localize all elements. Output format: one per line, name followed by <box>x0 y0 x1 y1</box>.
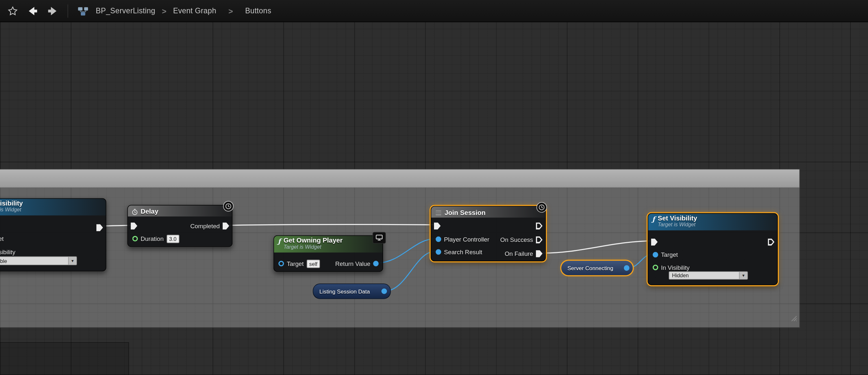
exec-in-pin[interactable] <box>434 222 440 229</box>
pin-label: Target <box>661 251 678 258</box>
exec-out-pin[interactable] <box>223 222 229 229</box>
node-delay[interactable]: Delay Completed Duration 3.0 <box>127 205 232 247</box>
node-title: Join Session <box>444 209 485 217</box>
variable-label: Listing Session Data <box>319 288 370 294</box>
comment-header[interactable] <box>0 169 800 188</box>
latent-clock-icon <box>536 202 547 212</box>
variable-node-server-connecting[interactable]: Server Connecting <box>561 261 633 275</box>
target-pin[interactable] <box>653 252 658 257</box>
back-button[interactable] <box>25 4 40 18</box>
node-set-visibility[interactable]: ƒ Set Visibility Target is Widget Target… <box>648 213 778 285</box>
function-icon: ƒ <box>278 238 281 246</box>
breadcrumb-item-buttons[interactable]: Buttons <box>245 6 271 15</box>
visibility-dropdown[interactable]: Visible ▾ <box>0 256 77 265</box>
forward-button[interactable] <box>45 4 60 18</box>
return-value-pin[interactable] <box>373 261 378 266</box>
chevron-right-icon: > <box>228 6 233 15</box>
value-out-pin[interactable] <box>624 265 629 271</box>
exec-out-pin[interactable] <box>536 222 542 229</box>
node-title: Get Owning Player <box>283 237 342 244</box>
dropdown-arrow-icon: ▾ <box>739 272 748 279</box>
node-join-session[interactable]: Join Session Player Controller Search Re… <box>431 206 546 261</box>
pin-label: Target <box>0 236 4 242</box>
breadcrumb-item-event-graph[interactable]: Event Graph <box>173 6 216 15</box>
pin-label: Player Controller <box>444 236 490 242</box>
delay-stopwatch-icon <box>132 209 138 215</box>
dropdown-arrow-icon: ▾ <box>68 257 76 264</box>
pin-label: Completed <box>190 223 220 229</box>
node-set-visibility-partial[interactable]: ƒ Set Visibility Target is Widget Target… <box>0 198 106 272</box>
exec-out-pin[interactable] <box>96 224 103 231</box>
pin-label: In Visibility <box>0 249 15 255</box>
breadcrumb-bar: BP_ServerListing > Event Graph > Buttons <box>0 0 868 22</box>
variable-label: Server Connecting <box>567 265 613 271</box>
visibility-dropdown[interactable]: Hidden ▾ <box>669 272 748 280</box>
on-failure-pin[interactable] <box>536 250 542 257</box>
toolbar-divider <box>67 4 68 18</box>
pin-label: Duration <box>141 236 164 242</box>
player-controller-pin[interactable] <box>436 237 441 242</box>
search-result-pin[interactable] <box>436 249 441 254</box>
pin-label: Target <box>287 260 304 267</box>
widget-screen-icon <box>373 232 386 244</box>
latent-clock-icon <box>223 201 234 211</box>
dropdown-value: Hidden <box>669 272 739 279</box>
node-subtitle: Target is Widget <box>0 207 23 213</box>
pin-label: In Visibility <box>661 264 689 271</box>
pin-label: On Failure <box>505 250 533 257</box>
session-icon <box>435 210 441 216</box>
target-self-box[interactable]: self <box>306 259 320 268</box>
node-title: Set Visibility <box>658 215 697 222</box>
breadcrumb-item-blueprint[interactable]: BP_ServerListing <box>96 6 155 15</box>
pin-label: On Success <box>500 237 533 243</box>
value-out-pin[interactable] <box>381 288 387 294</box>
node-title: Set Visibility <box>0 200 23 207</box>
node-get-owning-player[interactable]: ƒ Get Owning Player Target is Widget Tar… <box>273 236 383 272</box>
variable-node-listing-session-data[interactable]: Listing Session Data <box>313 283 391 299</box>
duration-pin[interactable] <box>132 236 138 241</box>
blueprint-icon <box>76 4 90 18</box>
node-subtitle: Target is Widget <box>658 222 697 228</box>
dropdown-value: Visible <box>0 258 68 264</box>
duration-input[interactable]: 3.0 <box>166 235 180 243</box>
function-icon: ƒ <box>652 215 655 223</box>
blueprint-editor-window: BP_ServerListing > Event Graph > Buttons… <box>0 0 868 375</box>
resize-grip-icon[interactable] <box>789 314 797 322</box>
exec-in-pin[interactable] <box>651 238 658 246</box>
comment-box-partial[interactable] <box>0 342 129 375</box>
exec-in-pin[interactable] <box>130 222 137 229</box>
favorite-star-icon[interactable] <box>5 4 20 18</box>
node-subtitle: Target is Widget <box>283 244 342 250</box>
pin-label: Return Value <box>335 260 370 267</box>
pin-label: Search Result <box>444 249 483 255</box>
exec-out-pin[interactable] <box>768 238 774 246</box>
target-pin[interactable] <box>279 261 284 266</box>
node-title: Delay <box>141 208 158 216</box>
in-visibility-pin[interactable] <box>653 264 658 270</box>
on-success-pin[interactable] <box>536 236 542 243</box>
chevron-right-icon: > <box>162 6 166 15</box>
